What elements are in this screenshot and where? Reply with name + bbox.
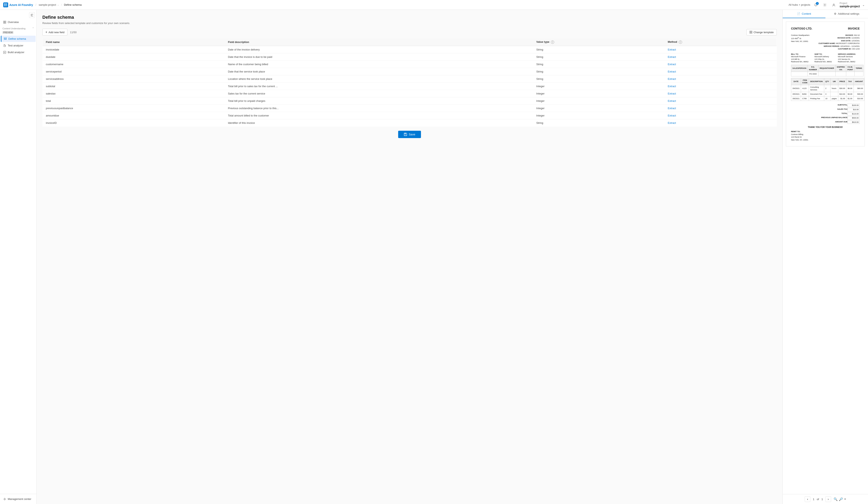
sidebar: Overview Content Understanding ⌃ PREVIEW… bbox=[0, 10, 37, 504]
breadcrumb-project[interactable]: sample-project bbox=[39, 3, 56, 6]
table-row[interactable]: total Total bill prior to unpaid charges… bbox=[43, 97, 777, 104]
table-row[interactable]: salestax Sales tax for the current servi… bbox=[43, 90, 777, 97]
svg-rect-12 bbox=[5, 22, 6, 23]
sidebar-item-overview[interactable]: Overview bbox=[1, 19, 35, 25]
breadcrumb: sample-project ⌄ / Define schema bbox=[39, 3, 82, 6]
cell-field-name: invoiceID bbox=[43, 119, 225, 126]
settings-icon: ⚙ bbox=[834, 12, 836, 15]
amount-due-label: AMOUNT DUE bbox=[823, 121, 847, 124]
cell-value-type: String bbox=[533, 68, 664, 75]
cell-field-name: invoicedate bbox=[43, 46, 225, 53]
table-row[interactable]: serviceperiod Date that the service took… bbox=[43, 68, 777, 75]
svg-rect-21 bbox=[751, 32, 752, 33]
po-requisitioner bbox=[818, 72, 835, 76]
project-chevron-icon[interactable]: ⌄ bbox=[862, 3, 865, 7]
po-terms bbox=[854, 72, 864, 76]
col-fob: F.O.B. POINT bbox=[846, 65, 855, 72]
table-row[interactable]: amountdue Total amount billed to the cus… bbox=[43, 112, 777, 119]
doc-nav: ‹ 1 of 1 › 🔍 🔎 ⌖ bbox=[783, 494, 868, 504]
zoom-in-button[interactable]: 🔎 bbox=[839, 497, 843, 501]
table-row[interactable]: invoicedate Date of the invoice delivery… bbox=[43, 46, 777, 53]
sidebar-section-chevron[interactable]: ⌃ bbox=[32, 27, 34, 30]
zoom-out-button[interactable]: 🔍 bbox=[834, 497, 838, 501]
sidebar-management-center[interactable]: Management center bbox=[1, 496, 35, 502]
cell-field-name: duedate bbox=[43, 53, 225, 61]
svg-rect-18 bbox=[750, 31, 751, 32]
logo-icon bbox=[3, 2, 8, 7]
cell-description: Date that the service took place bbox=[225, 68, 533, 75]
cell-field-name: previousunpaidbalance bbox=[43, 104, 225, 112]
svg-point-17 bbox=[4, 498, 5, 500]
save-button[interactable]: Save bbox=[398, 131, 421, 138]
cell-method: Extract bbox=[664, 75, 777, 82]
hubs-label[interactable]: All hubs + projects bbox=[788, 3, 810, 6]
cell-method: Extract bbox=[664, 68, 777, 75]
cell-description: Previous outstanding balance prior to th… bbox=[225, 104, 533, 112]
cell-method: Extract bbox=[664, 53, 777, 61]
sidebar-item-define-schema[interactable]: Define schema bbox=[1, 35, 35, 42]
doc-preview: CONTOSO LTD. INVOICE Contoso Headquarter… bbox=[783, 18, 868, 494]
notification-badge: 1 bbox=[816, 2, 819, 5]
po-row: PO-3333 bbox=[791, 72, 864, 76]
app-logo[interactable]: Azure AI Foundry bbox=[3, 2, 33, 7]
zoom-fit-button[interactable]: ⌖ bbox=[844, 497, 846, 501]
svg-rect-3 bbox=[6, 5, 7, 6]
table-row[interactable]: subtotal Total bill prior to sales tax f… bbox=[43, 82, 777, 90]
sidebar-management-label: Management center bbox=[8, 497, 31, 501]
value-type-info-icon[interactable]: i bbox=[551, 41, 554, 44]
col-item-code: ITEM CODE bbox=[801, 78, 809, 85]
col-po-number: P.O. NUMBER bbox=[808, 65, 818, 72]
doc-zoom-controls: 🔍 🔎 ⌖ bbox=[834, 497, 846, 501]
add-field-label: Add new field bbox=[49, 31, 64, 34]
tab-additional-settings[interactable]: ⚙ Additional settings bbox=[825, 10, 868, 18]
sidebar-test-analyzer-label: Test analyzer bbox=[8, 44, 23, 47]
sidebar-overview-label: Overview bbox=[8, 21, 19, 24]
cell-field-name: serviceaddress bbox=[43, 75, 225, 82]
sidebar-item-test-analyzer[interactable]: Test analyzer bbox=[1, 42, 35, 49]
table-row[interactable]: duedate Date that the invoice is due to … bbox=[43, 53, 777, 61]
subtotal-value: $100.00 bbox=[847, 104, 860, 107]
prev-unpaid-value: $500.00 bbox=[847, 116, 860, 120]
items-table: DATE ITEM CODE DESCRIPTION QTY UM PRICE … bbox=[791, 78, 864, 101]
svg-rect-7 bbox=[31, 15, 32, 16]
change-template-button[interactable]: Change template bbox=[746, 29, 777, 35]
svg-rect-19 bbox=[751, 31, 752, 32]
sidebar-item-build-analyzer[interactable]: Build analyzer bbox=[1, 49, 35, 55]
user-button[interactable] bbox=[830, 2, 837, 8]
col-field-description: Field description bbox=[225, 38, 533, 46]
total-value: $110.00 bbox=[847, 112, 860, 116]
doc-next-button[interactable]: › bbox=[825, 496, 831, 502]
svg-rect-13 bbox=[4, 38, 7, 39]
col-qty: QTY bbox=[824, 78, 830, 85]
sidebar-collapse-button[interactable] bbox=[29, 12, 35, 18]
tab-content[interactable]: 📄 Content bbox=[783, 10, 825, 18]
invoice-company: CONTOSO LTD. bbox=[791, 27, 812, 31]
cell-description: Sales tax for the current service bbox=[225, 90, 533, 97]
table-row[interactable]: invoiceID Identifier of this invoice Str… bbox=[43, 119, 777, 126]
cell-value-type: Integer bbox=[533, 82, 664, 90]
add-new-field-button[interactable]: + Add new field bbox=[42, 29, 68, 35]
right-panel: 📄 Content ⚙ Additional settings CONTOSO … bbox=[783, 10, 868, 504]
svg-point-5 bbox=[833, 4, 834, 5]
settings-button[interactable] bbox=[822, 2, 828, 8]
svg-rect-1 bbox=[6, 3, 7, 5]
notifications-button[interactable]: 1 bbox=[813, 2, 819, 8]
tab-content-label: Content bbox=[802, 12, 811, 15]
invoice-address: Contoso Headquarters123 456th StNew York… bbox=[791, 34, 809, 51]
col-date: DATE bbox=[791, 78, 801, 85]
doc-prev-button[interactable]: ‹ bbox=[805, 496, 810, 502]
table-row[interactable]: customername Name of the customer being … bbox=[43, 61, 777, 68]
col-amount: AMOUNT bbox=[854, 78, 864, 85]
table-row[interactable]: previousunpaidbalance Previous outstandi… bbox=[43, 104, 777, 112]
col-terms: TERMS bbox=[854, 65, 864, 72]
sidebar-section-label: Content Understanding bbox=[2, 27, 25, 30]
breadcrumb-sep1: / bbox=[35, 3, 36, 7]
prev-unpaid-label: PREVIOUS UNPAID BALANCE bbox=[821, 116, 847, 120]
sidebar-section-content: Content Understanding ⌃ bbox=[0, 25, 37, 31]
method-info-icon[interactable]: i bbox=[679, 41, 682, 44]
cell-description: Location where the service took place bbox=[225, 75, 533, 82]
field-count: 11/50 bbox=[70, 31, 76, 34]
cell-value-type: Integer bbox=[533, 104, 664, 112]
table-row[interactable]: serviceaddress Location where the servic… bbox=[43, 75, 777, 82]
project-menu[interactable]: Project sample-project bbox=[839, 2, 860, 8]
